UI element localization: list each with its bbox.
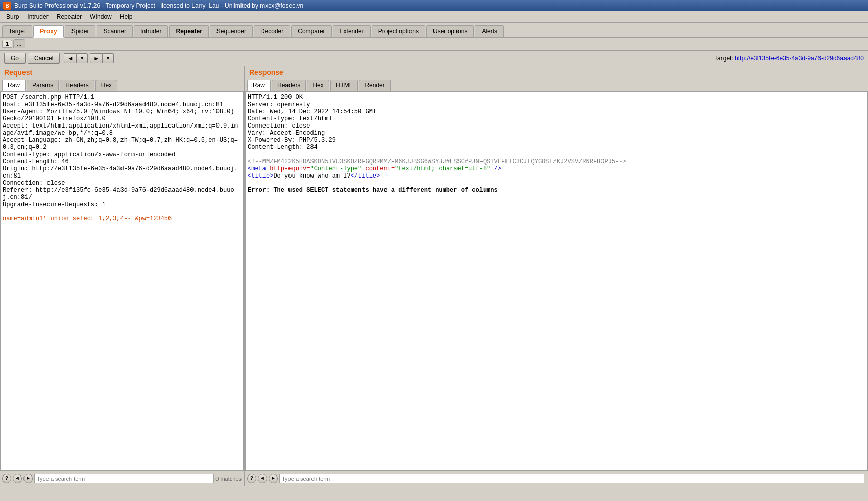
cancel-button[interactable]: Cancel xyxy=(28,53,60,64)
request-match-count: 0 matches xyxy=(215,475,242,482)
request-tab-more[interactable]: ... xyxy=(13,39,25,48)
main-content: Request Raw Params Headers Hex POST /sea… xyxy=(0,66,868,486)
request-tab-1[interactable]: 1 xyxy=(2,40,12,48)
request-panel-tabs: Raw Params Headers Hex xyxy=(0,79,244,91)
menu-window[interactable]: Window xyxy=(86,12,116,21)
response-panel-title: Response xyxy=(245,66,868,79)
response-prev-match-button[interactable]: ◄ xyxy=(258,474,267,483)
response-tab-html[interactable]: HTML xyxy=(330,80,358,91)
response-search-bar: ? ◄ ► xyxy=(245,470,868,486)
tab-alerts[interactable]: Alerts xyxy=(475,25,504,37)
request-tab-hex[interactable]: Hex xyxy=(95,80,117,91)
app-icon: B xyxy=(3,2,11,10)
request-search-input[interactable] xyxy=(34,474,214,483)
response-tab-headers[interactable]: Headers xyxy=(272,80,306,91)
tab-spider[interactable]: Spider xyxy=(65,25,96,37)
request-panel-title: Request xyxy=(0,66,244,79)
tab-sequencer[interactable]: Sequencer xyxy=(210,25,253,37)
tab-proxy[interactable]: Proxy xyxy=(33,25,63,38)
menu-intruder[interactable]: Intruder xyxy=(23,12,52,21)
request-tab-raw[interactable]: Raw xyxy=(2,80,26,91)
request-tab-headers[interactable]: Headers xyxy=(60,80,94,91)
response-tab-render[interactable]: Render xyxy=(359,80,390,91)
forward-button[interactable]: ► xyxy=(90,53,102,63)
response-panel: Response Raw Headers Hex HTML Render HTT… xyxy=(245,66,868,486)
tab-comparer[interactable]: Comparer xyxy=(291,25,331,37)
response-tab-raw[interactable]: Raw xyxy=(247,80,271,91)
menu-help[interactable]: Help xyxy=(116,12,137,21)
target-label: Target: xyxy=(714,55,733,62)
request-tab-bar: 1 ... xyxy=(0,38,868,51)
tab-intruder[interactable]: Intruder xyxy=(134,25,168,37)
response-search-input[interactable] xyxy=(279,474,864,483)
response-panel-tabs: Raw Headers Hex HTML Render xyxy=(245,79,868,91)
response-help-button[interactable]: ? xyxy=(247,474,256,483)
target-url: http://e3f135fe-6e35-4a3d-9a76-d29d6aaad… xyxy=(735,55,864,62)
back-button[interactable]: ◄ xyxy=(64,53,76,63)
tab-decoder[interactable]: Decoder xyxy=(254,25,290,37)
back-dropdown-button[interactable]: ▼ xyxy=(76,53,88,63)
response-next-match-button[interactable]: ► xyxy=(269,474,278,483)
response-tab-hex[interactable]: Hex xyxy=(307,80,329,91)
titlebar: B Burp Suite Professional v1.7.26 - Temp… xyxy=(0,0,868,11)
app-title: Burp Suite Professional v1.7.26 - Tempor… xyxy=(14,2,303,9)
toolbar: Go Cancel ◄ ▼ ► ▼ Target: http://e3f135f… xyxy=(0,51,868,66)
tab-scanner[interactable]: Scanner xyxy=(97,25,133,37)
menu-repeater[interactable]: Repeater xyxy=(53,12,86,21)
forward-dropdown-button[interactable]: ▼ xyxy=(102,53,114,63)
menu-burp[interactable]: Burp xyxy=(2,12,23,21)
main-tab-bar: Target Proxy Spider Scanner Intruder Rep… xyxy=(0,23,868,38)
request-search-bar: ? ◄ ► 0 matches xyxy=(0,470,244,486)
response-content[interactable]: HTTP/1.1 200 OK Server: openresty Date: … xyxy=(245,91,868,470)
tab-target[interactable]: Target xyxy=(2,25,32,37)
menubar: Burp Intruder Repeater Window Help xyxy=(0,11,868,23)
tab-extender[interactable]: Extender xyxy=(333,25,371,37)
request-tab-params[interactable]: Params xyxy=(27,80,59,91)
go-button[interactable]: Go xyxy=(4,53,26,64)
request-help-button[interactable]: ? xyxy=(2,474,11,483)
request-panel: Request Raw Params Headers Hex POST /sea… xyxy=(0,66,245,486)
tab-project-options[interactable]: Project options xyxy=(372,25,425,37)
tab-user-options[interactable]: User options xyxy=(426,25,474,37)
request-next-match-button[interactable]: ► xyxy=(23,474,33,483)
request-content[interactable]: POST /search.php HTTP/1.1 Host: e3f135fe… xyxy=(0,91,244,470)
tab-repeater[interactable]: Repeater xyxy=(169,25,208,37)
target-info: Target: http://e3f135fe-6e35-4a3d-9a76-d… xyxy=(714,55,864,62)
request-prev-match-button[interactable]: ◄ xyxy=(13,474,22,483)
